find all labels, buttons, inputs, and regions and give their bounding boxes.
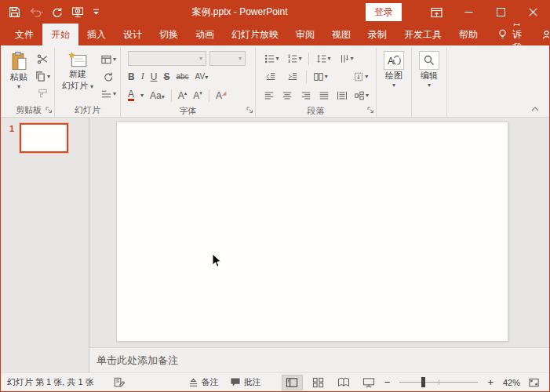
paste-icon — [11, 51, 27, 71]
shrink-font-button[interactable]: A▾ — [193, 90, 202, 101]
tab-review[interactable]: 审阅 — [287, 24, 323, 45]
paste-dropdown-icon: ▾ — [17, 84, 20, 90]
strikethrough-button[interactable]: S — [163, 71, 169, 82]
tell-me-box[interactable]: 告诉我 — [490, 24, 530, 45]
bullets-button[interactable]: ▾ — [263, 51, 280, 66]
section-button[interactable]: ▾ — [100, 86, 117, 101]
signin-button[interactable]: 登录 — [366, 3, 402, 21]
view-normal-button[interactable] — [282, 375, 303, 390]
minimize-button[interactable] — [453, 1, 485, 24]
new-slide-button[interactable]: 新建 幻灯片 ▾ — [58, 49, 97, 92]
font-dialog-launcher-icon[interactable] — [246, 107, 253, 114]
columns-button[interactable]: ▾ — [312, 69, 329, 84]
tab-design[interactable]: 设计 — [115, 24, 151, 45]
character-spacing-label: AV — [195, 72, 206, 81]
layout-button[interactable]: ▾ — [100, 52, 117, 67]
reset-slide-button[interactable] — [100, 69, 117, 84]
justify-button[interactable] — [318, 88, 330, 103]
editing-button[interactable]: 编辑 ▾ — [415, 49, 443, 89]
copy-button[interactable]: ▾ — [34, 69, 51, 84]
proofing-button[interactable] — [110, 373, 128, 391]
share-button[interactable]: 共享 — [534, 24, 550, 45]
underline-button[interactable]: U — [151, 71, 158, 82]
collapse-ribbon-button[interactable] — [530, 106, 540, 112]
change-case-button[interactable]: Aa▾ — [150, 90, 165, 101]
align-left-button[interactable] — [263, 88, 275, 103]
editing-group: 编辑 ▾ — [412, 48, 447, 117]
font-color-button[interactable]: A — [128, 89, 134, 101]
notes-pane[interactable]: 单击此处添加备注 — [89, 347, 549, 372]
grow-font-button[interactable]: A▴ — [178, 90, 188, 101]
close-button[interactable] — [517, 1, 549, 24]
comments-button[interactable]: 批注 — [227, 373, 264, 391]
increase-indent-button[interactable] — [285, 69, 301, 84]
title-bar: 案例.pptx - PowerPoint 登录 — [1, 1, 549, 24]
clipboard-group-label: 剪贴板 — [16, 104, 42, 116]
tab-view[interactable]: 视图 — [323, 24, 359, 45]
tab-insert[interactable]: 插入 — [78, 24, 115, 45]
clear-formatting-button[interactable]: A◢ — [216, 90, 226, 101]
tab-slideshow[interactable]: 幻灯片放映 — [223, 24, 287, 45]
slide-thumbnail[interactable] — [20, 123, 68, 153]
change-case-dropdown-icon: ▾ — [162, 93, 165, 100]
format-painter-button[interactable] — [34, 86, 51, 101]
start-slideshow-icon[interactable] — [71, 6, 84, 18]
tab-help[interactable]: 帮助 — [450, 24, 486, 45]
zoom-level[interactable]: 42% — [503, 378, 520, 387]
undo-icon[interactable] — [29, 7, 43, 17]
convert-to-smartart-button[interactable]: ▾ — [354, 88, 369, 103]
view-reading-button[interactable] — [333, 375, 355, 390]
qat-customize-icon[interactable] — [93, 9, 100, 16]
tab-animations[interactable]: 动画 — [187, 24, 223, 45]
drawing-button[interactable]: A 绘图 ▾ — [380, 49, 408, 89]
zoom-slider-tick — [439, 379, 439, 385]
mouse-cursor — [212, 253, 222, 268]
view-slide-sorter-button[interactable] — [308, 375, 329, 390]
new-slide-label-line2: 幻灯片 — [62, 81, 88, 90]
align-text-button[interactable]: ▾ — [353, 69, 370, 84]
paragraph-dialog-launcher-icon[interactable] — [367, 107, 374, 114]
zoom-slider[interactable] — [399, 382, 478, 383]
editor-main: 单击此处添加备注 — [89, 118, 549, 372]
slides-panel: 1 — [1, 118, 89, 372]
drawing-icon: A — [384, 51, 404, 70]
paste-button[interactable]: 粘贴 ▾ — [6, 49, 31, 90]
status-bar: 幻灯片 第 1 张, 共 1 张 备注 批注 − + 42% — [1, 372, 549, 391]
fit-to-window-button[interactable] — [525, 373, 543, 391]
font-size-combo[interactable]: ▾ — [209, 51, 246, 66]
align-right-button[interactable] — [299, 88, 311, 103]
bold-button[interactable]: B — [128, 71, 135, 82]
redo-icon[interactable] — [52, 7, 63, 18]
tab-file[interactable]: 文件 — [6, 24, 42, 45]
font-name-combo[interactable]: ▾ — [128, 51, 206, 66]
maximize-button[interactable] — [485, 1, 517, 24]
tab-transitions[interactable]: 切换 — [151, 24, 187, 45]
character-spacing-button[interactable]: AV▾ — [195, 72, 209, 81]
clipboard-dialog-launcher-icon[interactable] — [46, 107, 53, 114]
text-direction-button[interactable]: ▾ — [337, 51, 355, 66]
character-spacing-dropdown-icon: ▾ — [205, 74, 208, 81]
line-spacing-button[interactable]: ▾ — [315, 51, 332, 66]
zoom-slider-thumb[interactable] — [421, 377, 425, 387]
text-shadow-button[interactable]: abc — [176, 72, 188, 81]
tab-home[interactable]: 开始 — [42, 24, 78, 45]
divider — [306, 71, 307, 83]
font-color-dropdown-icon[interactable]: ▾ — [140, 93, 144, 99]
cut-button[interactable] — [34, 52, 51, 67]
tab-developer[interactable]: 开发工具 — [395, 24, 450, 45]
tab-record[interactable]: 录制 — [359, 24, 395, 45]
notes-button[interactable]: 备注 — [185, 373, 222, 391]
zoom-out-button[interactable]: − — [383, 376, 392, 388]
slideshow-view-button[interactable] — [359, 373, 378, 391]
zoom-in-button[interactable]: + — [486, 376, 495, 388]
slide-canvas[interactable] — [116, 122, 508, 342]
numbering-button[interactable]: ▾ — [286, 51, 303, 66]
layout-dropdown-icon: ▾ — [113, 56, 116, 63]
ribbon-display-options-icon[interactable] — [421, 1, 453, 24]
save-icon[interactable] — [9, 6, 20, 18]
paragraph-group: ▾ ▾ ▾ ▾ ▾ ▾ — [256, 48, 377, 117]
align-center-button[interactable] — [281, 88, 293, 103]
italic-button[interactable]: I — [141, 71, 144, 82]
distribute-button[interactable] — [336, 88, 348, 103]
decrease-indent-button[interactable] — [263, 69, 279, 84]
